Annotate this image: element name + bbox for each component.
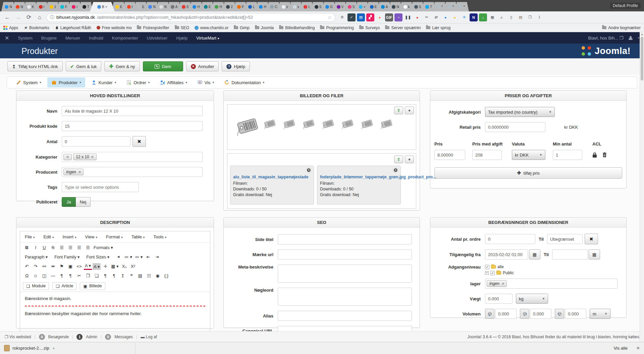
lager-chip[interactable]: Ingen✕: [487, 280, 507, 287]
tilgaengelig-til-input[interactable]: [552, 249, 588, 259]
bookmark-item[interactable]: Surveys: [359, 25, 380, 30]
refresh-icon[interactable]: ⟳: [25, 14, 33, 21]
vm-menu-affiliates[interactable]: Affiliates▾: [156, 77, 191, 87]
alle-checkbox[interactable]: ✓: [485, 265, 489, 269]
extension-icon[interactable]: ↓: [479, 13, 487, 21]
kategori-chip[interactable]: 12 x 10✕: [73, 154, 97, 160]
editor-toolbar-button[interactable]: ⇤: [144, 253, 152, 261]
admin-menu-item[interactable]: VirtueMart: [196, 36, 219, 41]
producent-chip[interactable]: Ingen✕: [63, 169, 84, 175]
editor-toolbar-button[interactable]: S: [49, 243, 57, 251]
publiceret-nej-toggle[interactable]: Nej: [76, 197, 91, 207]
bookmark-item[interactable]: Server opsætnin: [385, 25, 421, 30]
editor-toolbar-button[interactable]: Formats ▾: [93, 243, 114, 251]
editor-toolbar-button[interactable]: B: [23, 243, 31, 251]
editor-toolbar-button[interactable]: ☰: [75, 243, 83, 251]
extension-icon[interactable]: ▞: [366, 13, 374, 21]
extension-icon[interactable]: ✓: [347, 13, 356, 21]
bookmark-item[interactable]: Billedbehandling: [279, 25, 315, 30]
admin-menu-item[interactable]: Komponenter: [112, 36, 138, 41]
bookmark-item[interactable]: www.chamilo.or: [195, 25, 228, 30]
alias-input[interactable]: [278, 311, 412, 321]
log-af-link[interactable]: ▬ Log af: [141, 335, 157, 339]
admin-menu-item[interactable]: System: [18, 36, 32, 41]
site-preview-link[interactable]: Biavl, hos Bih... ❐: [588, 36, 624, 41]
bookmark-item[interactable]: Lær sprog: [426, 25, 450, 30]
url-bar[interactable]: ⓘ bihuset.nyjoomla.dk/administrator/inde…: [46, 13, 335, 22]
editor-menu-item[interactable]: Table▾: [131, 234, 145, 239]
editor-toolbar-button[interactable]: ▤: [136, 272, 144, 280]
product-image-tag-large[interactable]: [233, 116, 260, 137]
editor-toolbar-button[interactable]: ◫: [40, 272, 48, 280]
volumen-1-input[interactable]: [495, 309, 517, 319]
download-bar-close-icon[interactable]: ✕: [636, 346, 640, 351]
editor-content[interactable]: Bæreskinne til magasin. Bæreskinnen besk…: [20, 292, 210, 331]
editor-toolbar-button[interactable]: I: [32, 243, 40, 251]
editor-toolbar-button[interactable]: ≕ ▾: [134, 253, 144, 261]
admin-label[interactable]: Admin: [86, 335, 97, 339]
antal-clear-button[interactable]: ✖: [132, 136, 146, 147]
extension-icon[interactable]: ▯: [507, 13, 515, 21]
publiceret-ja-toggle[interactable]: Ja: [62, 197, 76, 207]
admin-menu-item[interactable]: Udvidelser: [147, 36, 167, 41]
editor-toolbar-button[interactable]: ↶: [23, 262, 31, 270]
extension-icon[interactable]: ❚❚: [404, 13, 412, 21]
editor-toolbar-button[interactable]: ❝: [127, 272, 136, 280]
pris-med-afgift-input[interactable]: [472, 150, 502, 160]
extension-icon[interactable]: ▤: [357, 13, 365, 21]
product-image-tag[interactable]: [379, 119, 393, 129]
volumen-unit-select[interactable]: m▼: [590, 309, 610, 319]
extension-icon[interactable]: ⚙: [338, 13, 346, 21]
vm-menu-dokumentation[interactable]: Dokumentation▾: [220, 77, 268, 87]
browser-tab[interactable]: * ×: [455, 2, 469, 11]
editor-toolbar-button[interactable]: ¶: [58, 272, 66, 280]
maerke-url-input[interactable]: [278, 249, 412, 259]
editor-toolbar-button[interactable]: ¶: [110, 272, 118, 280]
help-button[interactable]: ?Hjælp: [222, 61, 250, 71]
editor-toolbar-button[interactable]: ⇥: [153, 253, 161, 261]
page-info-icon[interactable]: ⓘ: [50, 14, 54, 20]
vis-websted-link[interactable]: ❐ Vis websted: [5, 335, 31, 339]
editor-menu-item[interactable]: Insert▾: [62, 234, 76, 239]
editor-toolbar-button[interactable]: ◉: [154, 272, 162, 280]
file-add-button[interactable]: +: [405, 156, 414, 163]
editor-menu-item[interactable]: File▾: [25, 234, 35, 239]
browser-profile-label[interactable]: Default Profile: [610, 3, 641, 9]
tab-close-icon[interactable]: ×: [105, 5, 107, 9]
side-titel-input[interactable]: [278, 234, 412, 244]
extension-icon[interactable]: ♬: [498, 13, 506, 21]
chip-remove-icon[interactable]: ✕: [78, 170, 81, 174]
file-remove-icon[interactable]: ✕: [393, 168, 398, 173]
editor-toolbar-button[interactable]: X₂: [120, 262, 128, 270]
vm-menu-vis[interactable]: Vis▾: [193, 77, 218, 87]
editor-toolbar-button[interactable]: ▦ ▾: [110, 262, 119, 270]
antal-pr-ordre-input[interactable]: [485, 234, 535, 244]
antal-input[interactable]: [62, 136, 130, 146]
extension-icon[interactable]: ◔: [394, 13, 402, 21]
admin-menu-item[interactable]: Menuer: [65, 36, 80, 41]
browser-tab[interactable]: B ×: [90, 2, 115, 11]
editor-toolbar-button[interactable]: X²: [129, 262, 137, 270]
min-antal-input[interactable]: [553, 150, 582, 160]
editor-toolbar-button[interactable]: {;}: [162, 272, 170, 280]
extension-icon[interactable]: ●: [441, 13, 449, 21]
editor-toolbar-button[interactable]: ⚑: [58, 262, 66, 270]
admin-menu-item[interactable]: Hjælp: [176, 36, 187, 41]
extension-icon[interactable]: ⇄: [432, 13, 440, 21]
volumen-3-input[interactable]: [565, 309, 586, 319]
product-image-tag[interactable]: [262, 119, 276, 129]
extension-icon[interactable]: ✂: [423, 13, 431, 21]
tags-input[interactable]: [62, 182, 139, 192]
tilgaengelig-fra-input[interactable]: [485, 249, 528, 259]
editor-menu-item[interactable]: Edit▾: [43, 234, 54, 239]
navn-input[interactable]: [62, 106, 203, 116]
save-new-button[interactable]: ✚Gem & ny: [104, 61, 140, 71]
bookmark-star-icon[interactable]: ☆: [327, 15, 332, 20]
editor-toolbar-button[interactable]: ↥: [119, 272, 127, 280]
kategorier-input[interactable]: ✕ 12 x 10✕: [62, 152, 203, 162]
editor-toolbar-button[interactable]: ❏: [93, 272, 101, 280]
editor-toolbar-button[interactable]: ⚯: [40, 262, 48, 270]
editor-toolbar-button[interactable]: U: [40, 243, 48, 251]
produkt-kode-input[interactable]: [62, 121, 203, 131]
file-link[interactable]: alu_liste_til_magasin_tappenøjestade: [233, 175, 311, 179]
